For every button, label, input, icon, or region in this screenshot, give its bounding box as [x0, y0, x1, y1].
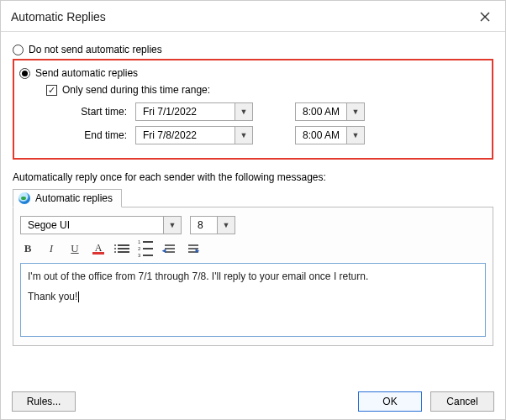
bullet-list-button[interactable] [114, 241, 129, 256]
chevron-down-icon: ▼ [235, 126, 253, 144]
highlight-box: Send automatic replies ✓ Only send durin… [13, 59, 493, 160]
font-row: Segoe UI ▼ 8 ▼ [20, 216, 486, 234]
end-date-value: Fri 7/8/2022 [135, 126, 235, 144]
start-date-combo[interactable]: Fri 7/1/2022 ▼ [135, 102, 253, 121]
cancel-button[interactable]: Cancel [430, 391, 494, 412]
font-color-button[interactable]: A [91, 241, 106, 256]
titlebar: Automatic Replies [1, 1, 505, 32]
rules-button[interactable]: Rules... [12, 391, 76, 412]
font-name-combo[interactable]: Segoe UI ▼ [20, 216, 182, 234]
checkbox-label: Only send during this time range: [62, 84, 210, 96]
chevron-down-icon: ▼ [217, 216, 235, 234]
tab-automatic-replies[interactable]: Automatic replies [13, 189, 122, 207]
end-date-combo[interactable]: Fri 7/8/2022 ▼ [135, 126, 253, 144]
radio-label: Do not send automatic replies [29, 44, 162, 55]
chevron-down-icon: ▼ [163, 216, 182, 234]
start-time-label: Start time: [60, 106, 127, 118]
radio-do-not-send[interactable]: Do not send automatic replies [13, 44, 493, 55]
font-size-combo[interactable]: 8 ▼ [190, 216, 235, 234]
message-line: I'm out of the office from 7/1 through 7… [28, 269, 478, 284]
radio-send[interactable]: Send automatic replies [19, 67, 487, 79]
checkbox-time-range[interactable]: ✓ Only send during this time range: [46, 84, 487, 96]
color-bar-icon [92, 252, 104, 255]
font-color-icon: A [95, 244, 103, 252]
chevron-down-icon: ▼ [346, 126, 365, 144]
end-time-label: End time: [60, 129, 127, 141]
end-time-value: 8:00 AM [295, 126, 346, 144]
increase-indent-button[interactable]: ► [185, 241, 200, 256]
radio-label: Send automatic replies [35, 67, 138, 79]
start-date-value: Fri 7/1/2022 [135, 102, 235, 121]
bold-button[interactable]: B [20, 241, 35, 256]
globe-icon [18, 192, 30, 204]
font-size-value: 8 [190, 216, 217, 234]
checkbox-icon: ✓ [46, 85, 57, 96]
dialog-footer: Rules... OK Cancel [12, 391, 494, 412]
start-time-combo[interactable]: 8:00 AM ▼ [295, 102, 365, 121]
button-label: Rules... [27, 396, 61, 407]
end-time-row: End time: Fri 7/8/2022 ▼ 8:00 AM ▼ [60, 126, 487, 144]
chevron-down-icon: ▼ [346, 102, 365, 121]
text-caret-icon [78, 291, 79, 302]
italic-button[interactable]: I [44, 241, 59, 256]
format-toolbar: B I U A 1 2 3 ◄ ► [20, 239, 486, 258]
close-button[interactable] [473, 8, 497, 26]
font-name-value: Segoe UI [20, 216, 163, 234]
tab-label: Automatic replies [35, 192, 113, 204]
end-time-combo[interactable]: 8:00 AM ▼ [295, 126, 365, 144]
start-time-value: 8:00 AM [295, 102, 346, 121]
dialog-title: Automatic Replies [11, 10, 106, 24]
button-label: OK [382, 396, 397, 407]
message-editor[interactable]: I'm out of the office from 7/1 through 7… [20, 263, 486, 337]
ok-button[interactable]: OK [358, 391, 422, 412]
message-line: Thank you! [28, 291, 77, 302]
tab-area: Automatic replies Segoe UI ▼ 8 ▼ B I U A [13, 207, 493, 346]
button-label: Cancel [446, 396, 477, 407]
radio-icon [19, 68, 30, 79]
underline-button[interactable]: U [67, 241, 82, 256]
arrow-left-icon: ◄ [161, 247, 167, 255]
arrow-right-icon: ► [194, 247, 201, 255]
chevron-down-icon: ▼ [235, 102, 253, 121]
radio-icon [13, 45, 24, 55]
decrease-indent-button[interactable]: ◄ [161, 241, 177, 256]
number-list-button[interactable]: 1 2 3 [138, 241, 153, 256]
close-icon [480, 12, 490, 22]
section-label: Automatically reply once for each sender… [13, 171, 493, 183]
dialog-content: Do not send automatic replies Send autom… [1, 32, 505, 354]
start-time-row: Start time: Fri 7/1/2022 ▼ 8:00 AM ▼ [60, 102, 487, 121]
